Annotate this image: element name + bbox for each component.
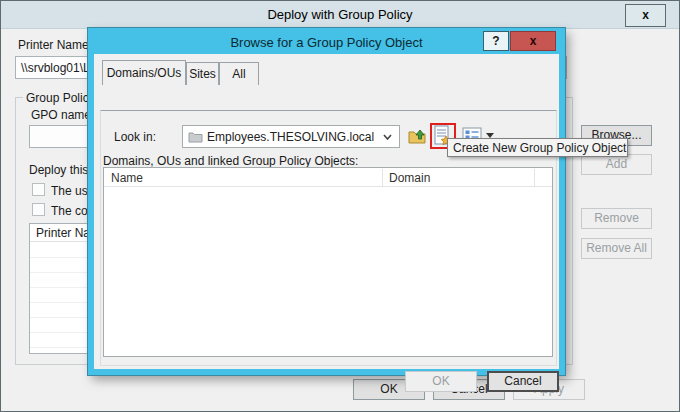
up-one-level-icon — [407, 125, 427, 145]
close-icon: x — [530, 34, 537, 48]
browse-gpo-body: Domains/OUs Sites All Look in: Employees… — [94, 54, 559, 369]
column-divider[interactable] — [382, 169, 383, 186]
modal-cancel-button[interactable]: Cancel — [487, 371, 559, 392]
browse-gpo-dialog: Browse for a Group Policy Object ? x Dom… — [88, 28, 565, 375]
modal-ok-button[interactable]: OK — [405, 371, 477, 392]
column-divider[interactable] — [534, 169, 535, 186]
add-button[interactable]: Add — [581, 154, 652, 175]
chevron-down-icon — [383, 134, 392, 140]
deploy-titlebar: Deploy with Group Policy x — [1, 1, 679, 29]
tab-all[interactable]: All — [219, 62, 259, 85]
look-in-value: Employees.THESOLVING.local — [207, 130, 374, 144]
folder-icon — [188, 131, 203, 143]
help-button[interactable]: ? — [483, 31, 509, 51]
column-header-domain[interactable]: Domain — [389, 171, 430, 185]
gpo-list[interactable]: Name Domain — [103, 167, 553, 357]
column-header-name[interactable]: Name — [111, 171, 143, 185]
deploy-close-button[interactable]: x — [625, 4, 666, 27]
gpo-name-label: GPO name: — [31, 108, 94, 122]
tab-sites[interactable]: Sites — [186, 62, 219, 85]
up-one-level-button[interactable] — [407, 125, 429, 147]
tab-domains-ous[interactable]: Domains/OUs — [102, 60, 186, 85]
help-icon: ? — [492, 34, 499, 48]
computers-checkbox[interactable] — [32, 203, 45, 216]
look-in-label: Look in: — [114, 130, 156, 144]
tooltip: Create New Group Policy Object — [447, 138, 628, 157]
remove-button[interactable]: Remove — [581, 208, 652, 229]
gpo-list-header: Name Domain — [104, 168, 552, 187]
remove-all-button[interactable]: Remove All — [581, 238, 652, 259]
deploy-title: Deploy with Group Policy — [1, 7, 679, 22]
printer-name-value: \\srvblog01\Le — [21, 61, 96, 75]
deploy-this-label: Deploy this — [29, 163, 88, 177]
close-icon: x — [642, 8, 649, 22]
look-in-combobox[interactable]: Employees.THESOLVING.local — [182, 125, 400, 148]
printer-name-label: Printer Name: — [18, 38, 92, 52]
gpo-list-label: Domains, OUs and linked Group Policy Obj… — [103, 154, 358, 168]
modal-close-button[interactable]: x — [510, 31, 556, 51]
users-checkbox[interactable] — [32, 183, 45, 196]
